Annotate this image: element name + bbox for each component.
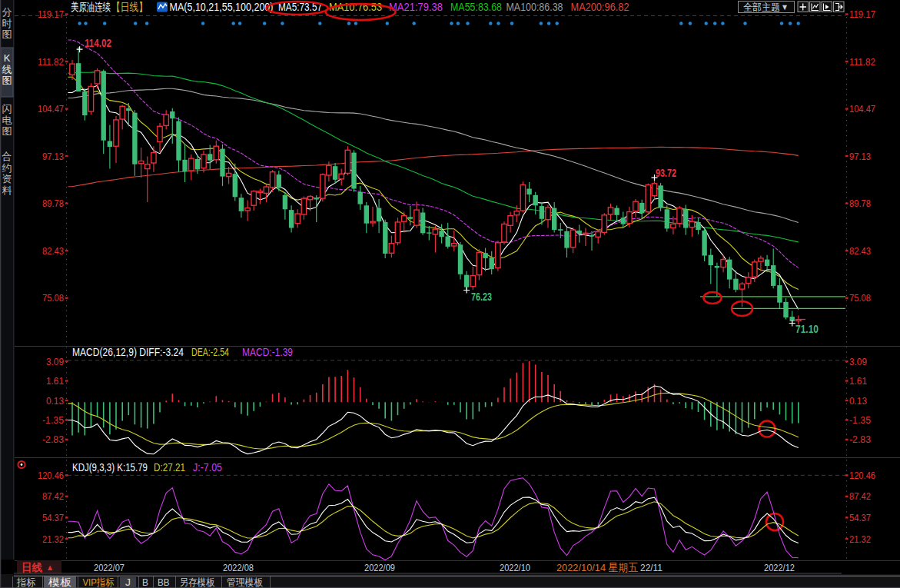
svg-text:模板: 模板: [48, 576, 71, 588]
svg-text:76.23: 76.23: [471, 291, 492, 303]
svg-text:111.82: 111.82: [38, 56, 64, 68]
svg-text:1.61: 1.61: [849, 375, 867, 387]
svg-text:21.32: 21.32: [849, 533, 871, 545]
svg-text:21.32: 21.32: [42, 533, 64, 545]
svg-text:全部主题: 全部主题: [743, 2, 780, 13]
svg-text:82.43: 82.43: [849, 245, 871, 257]
svg-text:-1.35: -1.35: [42, 414, 64, 426]
svg-text:-1.35: -1.35: [849, 414, 871, 426]
svg-text:2022/10: 2022/10: [500, 562, 530, 573]
svg-text:3.09: 3.09: [46, 356, 64, 367]
svg-text:【日线】: 【日线】: [111, 1, 148, 13]
svg-text:114.02: 114.02: [85, 37, 111, 49]
svg-text:BB: BB: [158, 576, 170, 588]
svg-text:MA21:79.38: MA21:79.38: [389, 0, 443, 13]
svg-text:93.72: 93.72: [656, 167, 676, 179]
svg-text:合: 合: [2, 151, 12, 162]
svg-text:时: 时: [2, 18, 12, 29]
svg-text:75.08: 75.08: [42, 292, 64, 304]
svg-text:MACD:-1.39: MACD:-1.39: [242, 345, 293, 358]
svg-text:22/11: 22/11: [640, 562, 663, 573]
svg-text:MACD(26,12,9) DIFF:-3.24: MACD(26,12,9) DIFF:-3.24: [72, 345, 184, 358]
svg-text:119.17: 119.17: [38, 8, 64, 20]
svg-text:111.82: 111.82: [849, 56, 875, 68]
svg-text:120.46: 120.46: [38, 470, 64, 481]
svg-text:VIP指标: VIP指标: [83, 576, 115, 588]
svg-text:1.61: 1.61: [46, 375, 64, 387]
svg-text:89.78: 89.78: [849, 198, 871, 209]
svg-text:MA55:83.68: MA55:83.68: [450, 0, 502, 13]
svg-text:KDJ(9,3,3) K:15.79: KDJ(9,3,3) K:15.79: [72, 460, 148, 473]
svg-text:104.47: 104.47: [38, 103, 64, 115]
svg-text:B: B: [142, 576, 148, 588]
svg-text:图: 图: [2, 28, 12, 40]
svg-text:71.10: 71.10: [795, 323, 819, 335]
svg-text:▼: ▼: [781, 2, 789, 12]
svg-text:120.46: 120.46: [849, 470, 875, 481]
svg-text:104.47: 104.47: [849, 103, 875, 115]
svg-text:J: J: [125, 576, 131, 588]
svg-text:资: 资: [2, 173, 12, 184]
svg-text:料: 料: [2, 184, 12, 196]
svg-text:2022/09: 2022/09: [364, 562, 395, 573]
svg-text:约: 约: [2, 162, 12, 174]
svg-text:另存模板: 另存模板: [180, 576, 215, 588]
svg-text:图: 图: [2, 75, 12, 86]
svg-text:82.43: 82.43: [42, 245, 64, 257]
svg-text:89.78: 89.78: [42, 198, 64, 209]
svg-text:指标: 指标: [16, 576, 35, 588]
svg-text:2022/10/14 星期五: 2022/10/14 星期五: [556, 562, 638, 573]
svg-text:-2.83: -2.83: [42, 434, 64, 445]
svg-text:0.13: 0.13: [46, 395, 64, 407]
svg-text:J:-7.05: J:-7.05: [193, 460, 222, 473]
svg-text:2022/08: 2022/08: [223, 562, 254, 573]
svg-text:线: 线: [2, 64, 12, 75]
svg-text:MA(5,10,21,55,100,200): MA(5,10,21,55,100,200): [170, 0, 274, 13]
svg-text:图: 图: [2, 125, 12, 137]
svg-text:管理模板: 管理模板: [227, 576, 263, 588]
svg-text:▲: ▲: [46, 563, 54, 572]
svg-text:119.17: 119.17: [849, 8, 875, 20]
svg-text:54.37: 54.37: [42, 512, 64, 523]
svg-text:97.13: 97.13: [42, 151, 64, 162]
svg-text:美原油连续: 美原油连续: [71, 1, 111, 13]
svg-text:-2.83: -2.83: [849, 434, 871, 445]
svg-text:日线: 日线: [22, 562, 43, 573]
svg-text:MA100:86.38: MA100:86.38: [506, 0, 563, 13]
svg-text:54.37: 54.37: [849, 512, 871, 523]
svg-text:DEA:-2.54: DEA:-2.54: [191, 345, 229, 358]
svg-text:分: 分: [2, 6, 12, 18]
svg-text:K: K: [4, 52, 11, 64]
svg-text:97.13: 97.13: [849, 151, 871, 162]
svg-text:87.42: 87.42: [42, 490, 64, 502]
svg-text:3.09: 3.09: [849, 356, 867, 367]
svg-text:MA200:96.82: MA200:96.82: [571, 0, 629, 13]
svg-text:2022/07: 2022/07: [94, 562, 125, 573]
svg-text:0.13: 0.13: [849, 395, 867, 407]
svg-text:87.42: 87.42: [849, 490, 871, 502]
svg-text:闪: 闪: [2, 103, 12, 115]
svg-text:电: 电: [2, 115, 12, 126]
svg-text:75.08: 75.08: [849, 292, 871, 304]
svg-text:2022/12: 2022/12: [764, 562, 795, 573]
svg-text:D:27.21: D:27.21: [154, 460, 185, 473]
